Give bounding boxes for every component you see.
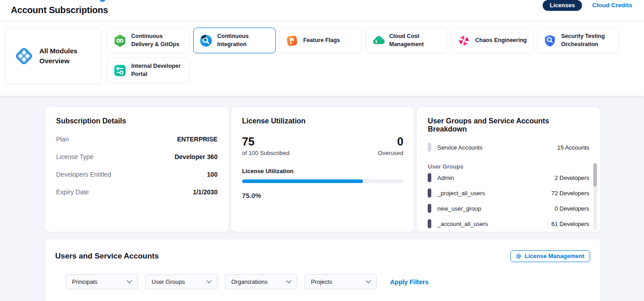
module-card-label: Continuous Integration bbox=[217, 33, 272, 48]
developers-entitled-row: Developers Entitled 100 bbox=[56, 171, 218, 178]
internal-developer-portal-icon bbox=[113, 64, 127, 77]
user-group-row: new_user_group 0 Developers bbox=[428, 201, 589, 216]
plan-row: Plan ENTERPRISE bbox=[56, 136, 218, 143]
security-testing-orchestration-icon bbox=[543, 34, 557, 47]
user-group-count: 61 Developers bbox=[551, 221, 589, 227]
license-utilization-bar bbox=[242, 179, 404, 183]
all-modules-overview-label: All Modules Overview bbox=[39, 46, 94, 66]
overused-block: 0 Overused bbox=[378, 136, 403, 156]
user-group-row: _account_all_users 61 Developers bbox=[428, 216, 589, 231]
user-group-row: Admin 2 Developers bbox=[428, 170, 589, 185]
users-and-service-accounts-panel: Users and Service Accounts License Manag… bbox=[45, 240, 600, 301]
page-title: Account Subscriptions bbox=[11, 5, 108, 21]
module-card-internal-developer-portal[interactable]: Internal Developer Portal bbox=[107, 57, 190, 83]
user-group-name: _account_all_users bbox=[437, 221, 551, 227]
tab-licenses[interactable]: Licenses bbox=[543, 0, 582, 11]
chevron-down-icon bbox=[286, 280, 291, 283]
utilization-percent: 75.0% bbox=[242, 192, 404, 199]
license-utilization-title: License Utilization bbox=[242, 117, 404, 125]
module-card-label: Internal Developer Portal bbox=[131, 62, 186, 78]
service-accounts-label: Service Accounts bbox=[437, 144, 557, 151]
breakdown-title: User Groups and Service Accounts Breakdo… bbox=[428, 117, 589, 133]
license-management-label: License Management bbox=[525, 253, 585, 259]
user-groups-filter-dropdown[interactable]: User Groups bbox=[145, 274, 218, 289]
page-header: Account Subscriptions Licenses Cloud Cre… bbox=[0, 0, 644, 21]
overused-count: 0 bbox=[378, 136, 403, 148]
user-group-indicator-icon bbox=[428, 204, 431, 213]
chaos-engineering-icon bbox=[457, 34, 471, 47]
tab-cloud-credits[interactable]: Cloud Credits bbox=[592, 0, 632, 9]
subscribed-count: 75 bbox=[242, 136, 290, 148]
all-modules-overview-card[interactable]: All Modules Overview bbox=[5, 28, 101, 84]
user-group-name: _project_all_users bbox=[437, 190, 551, 197]
module-card-label: Security Testing Orchestration bbox=[561, 33, 615, 48]
service-accounts-indicator-icon bbox=[428, 143, 431, 152]
modules-band: All Modules Overview Continuous Delivery… bbox=[0, 21, 644, 96]
summary-cards-row: Subscription Details Plan ENTERPRISE Lic… bbox=[45, 107, 600, 232]
user-group-name: new_user_group bbox=[437, 205, 554, 212]
content-area: Subscription Details Plan ENTERPRISE Lic… bbox=[0, 96, 644, 301]
user-groups-heading: User Groups bbox=[428, 163, 589, 170]
breakdown-card: User Groups and Service Accounts Breakdo… bbox=[417, 107, 600, 232]
expiry-date-row: Expiry Date 1/1/2030 bbox=[56, 188, 218, 196]
chevron-down-icon bbox=[206, 280, 212, 283]
user-groups-filter-label: User Groups bbox=[152, 278, 185, 285]
chevron-down-icon bbox=[127, 280, 132, 283]
all-modules-icon bbox=[14, 46, 34, 66]
service-accounts-count: 15 Accounts bbox=[557, 144, 589, 151]
users-panel-header: Users and Service Accounts License Manag… bbox=[55, 250, 590, 262]
module-card-continuous-integration[interactable]: Continuous Integration bbox=[193, 28, 276, 53]
license-type-value: Developer 360 bbox=[175, 153, 218, 160]
module-card-label: Feature Flags bbox=[303, 37, 340, 45]
account-subscriptions-page: Account Subscriptions Licenses Cloud Cre… bbox=[0, 0, 644, 301]
user-group-count: 0 Developers bbox=[554, 205, 589, 212]
plan-label: Plan bbox=[56, 136, 69, 143]
breakdown-scrollbar-thumb[interactable] bbox=[593, 163, 597, 187]
license-utilization-card: License Utilization 75 of 100 Subscribed… bbox=[231, 107, 415, 232]
user-group-count: 2 Developers bbox=[554, 174, 589, 181]
subscribed-caption: of 100 Subscribed bbox=[242, 150, 290, 156]
service-accounts-row: Service Accounts 15 Accounts bbox=[428, 143, 589, 152]
svg-text:$: $ bbox=[375, 39, 377, 44]
module-card-feature-flags[interactable]: Feature Flags bbox=[279, 28, 362, 53]
projects-filter-dropdown[interactable]: Projects bbox=[305, 274, 377, 289]
module-card-chaos-engineering[interactable]: Chaos Engineering bbox=[451, 28, 534, 53]
utilization-bar-label: License Utilization bbox=[242, 168, 404, 174]
user-group-indicator-icon bbox=[428, 188, 431, 198]
subscription-details-title: Subscription Details bbox=[56, 117, 218, 125]
continuous-delivery-gitops-icon bbox=[113, 34, 127, 47]
license-type-label: License Type bbox=[56, 153, 93, 160]
projects-filter-label: Projects bbox=[311, 278, 332, 285]
user-group-name: Admin bbox=[437, 174, 554, 181]
license-management-button[interactable]: License Management bbox=[510, 250, 591, 262]
continuous-integration-icon bbox=[199, 34, 213, 47]
users-panel-title: Users and Service Accounts bbox=[55, 252, 159, 261]
header-tabs: Licenses Cloud Credits bbox=[543, 0, 632, 21]
principals-filter-dropdown[interactable]: Principals bbox=[66, 274, 138, 289]
overused-caption: Overused bbox=[378, 150, 403, 156]
module-card-continuous-delivery-gitops[interactable]: Continuous Delivery & GitOps bbox=[107, 28, 190, 53]
gear-icon bbox=[515, 253, 522, 259]
license-type-row: License Type Developer 360 bbox=[56, 153, 218, 160]
subscribed-block: 75 of 100 Subscribed bbox=[242, 136, 290, 156]
subscription-details-card: Subscription Details Plan ENTERPRISE Lic… bbox=[45, 107, 229, 232]
expiry-date-value: 1/1/2030 bbox=[193, 188, 218, 196]
license-utilization-bar-fill bbox=[242, 179, 363, 183]
breakdown-scrollbar[interactable] bbox=[593, 163, 597, 230]
principals-filter-label: Principals bbox=[72, 278, 97, 285]
module-card-cloud-cost-management[interactable]: $ Cloud Cost Management bbox=[365, 28, 448, 53]
cloud-cost-management-icon: $ bbox=[371, 34, 385, 47]
expiry-date-label: Expiry Date bbox=[56, 188, 89, 196]
module-card-security-testing-orchestration[interactable]: Security Testing Orchestration bbox=[537, 28, 620, 53]
organizations-filter-dropdown[interactable]: Organizations bbox=[225, 274, 297, 289]
feature-flags-icon bbox=[285, 34, 299, 47]
user-group-indicator-icon bbox=[428, 173, 431, 182]
organizations-filter-label: Organizations bbox=[231, 278, 267, 285]
apply-filters-button[interactable]: Apply Filters bbox=[390, 278, 429, 286]
user-group-count: 72 Developers bbox=[551, 190, 589, 197]
module-card-label: Chaos Engineering bbox=[475, 37, 527, 45]
developers-entitled-label: Developers Entitled bbox=[56, 171, 111, 178]
user-group-indicator-icon bbox=[428, 219, 431, 228]
user-group-row: _project_all_users 72 Developers bbox=[428, 185, 589, 201]
license-counts-row: 75 of 100 Subscribed 0 Overused bbox=[242, 136, 404, 156]
